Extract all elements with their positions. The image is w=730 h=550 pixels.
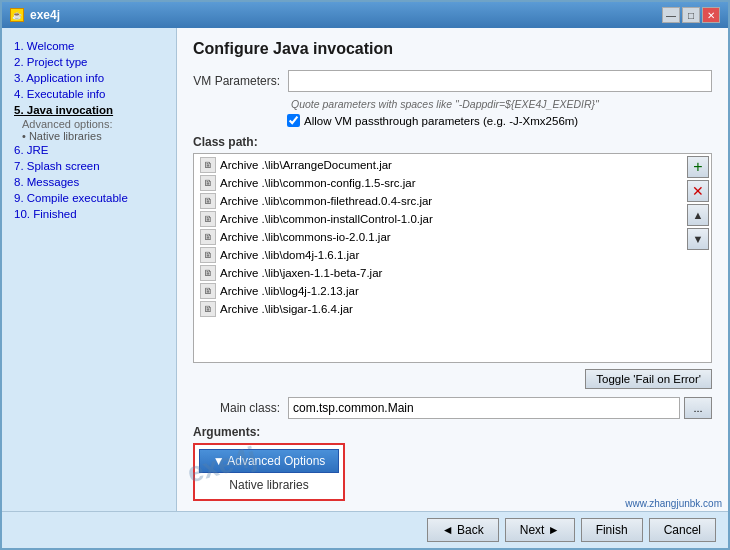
sidebar-item-messages[interactable]: 8. Messages — [10, 174, 168, 190]
sidebar-item-compile-exe[interactable]: 9. Compile executable — [10, 190, 168, 206]
window-title: exe4j — [30, 8, 60, 22]
maximize-button[interactable]: □ — [682, 7, 700, 23]
list-item[interactable]: 🗎 Archive .\lib\jaxen-1.1-beta-7.jar — [196, 264, 683, 282]
main-window: ☕ exe4j — □ ✕ 1. Welcome 2. Project type… — [0, 0, 730, 550]
classpath-entry: Archive .\lib\ArrangeDocument.jar — [220, 159, 392, 171]
jar-icon: 🗎 — [200, 265, 216, 281]
app-icon: ☕ — [10, 8, 24, 22]
classpath-entry: Archive .\lib\dom4j-1.6.1.jar — [220, 249, 359, 261]
list-item[interactable]: 🗎 Archive .\lib\common-installControl-1.… — [196, 210, 683, 228]
page-title: Configure Java invocation — [193, 40, 712, 58]
jar-icon: 🗎 — [200, 175, 216, 191]
classpath-buttons: + ✕ ▲ ▼ — [685, 154, 711, 362]
content-area: 1. Welcome 2. Project type 3. Applicatio… — [2, 28, 728, 511]
close-button[interactable]: ✕ — [702, 7, 720, 23]
vm-passthrough-row: Allow VM passthrough parameters (e.g. -J… — [287, 114, 712, 127]
classpath-entry: Archive .\lib\commons-io-2.0.1.jar — [220, 231, 391, 243]
sidebar-item-app-info[interactable]: 3. Application info — [10, 70, 168, 86]
classpath-entry: Archive .\lib\common-installControl-1.0.… — [220, 213, 433, 225]
classpath-label: Class path: — [193, 135, 712, 149]
sidebar-item-project-type[interactable]: 2. Project type — [10, 54, 168, 70]
title-bar: ☕ exe4j — □ ✕ — [2, 2, 728, 28]
list-item[interactable]: 🗎 Archive .\lib\dom4j-1.6.1.jar — [196, 246, 683, 264]
sidebar-item-splash-screen[interactable]: 7. Splash screen — [10, 158, 168, 174]
main-class-row: Main class: ... — [193, 397, 712, 419]
native-libraries-button[interactable]: Native libraries — [199, 475, 339, 495]
list-item[interactable]: 🗎 Archive .\lib\common-config.1.5-src.ja… — [196, 174, 683, 192]
advanced-options-box: ▼ Advanced Options Native libraries — [193, 443, 345, 501]
main-class-input[interactable] — [288, 397, 680, 419]
sidebar: 1. Welcome 2. Project type 3. Applicatio… — [2, 28, 177, 511]
jar-icon: 🗎 — [200, 229, 216, 245]
website-label: www.zhangjunbk.com — [625, 498, 722, 509]
remove-classpath-button[interactable]: ✕ — [687, 180, 709, 202]
bottom-bar: ◄ Back Next ► Finish Cancel — [2, 511, 728, 548]
back-button[interactable]: ◄ Back — [427, 518, 499, 542]
advanced-options-button[interactable]: ▼ Advanced Options — [199, 449, 339, 473]
list-item[interactable]: 🗎 Archive .\lib\log4j-1.2.13.jar — [196, 282, 683, 300]
jar-icon: 🗎 — [200, 157, 216, 173]
classpath-entry: Archive .\lib\jaxen-1.1-beta-7.jar — [220, 267, 382, 279]
sidebar-item-jre[interactable]: 6. JRE — [10, 142, 168, 158]
add-classpath-button[interactable]: + — [687, 156, 709, 178]
list-item[interactable]: 🗎 Archive .\lib\commons-io-2.0.1.jar — [196, 228, 683, 246]
sidebar-item-welcome[interactable]: 1. Welcome — [10, 38, 168, 54]
title-controls: — □ ✕ — [662, 7, 720, 23]
move-up-button[interactable]: ▲ — [687, 204, 709, 226]
title-bar-left: ☕ exe4j — [10, 8, 60, 22]
sidebar-advanced-label: Advanced options: — [10, 118, 168, 130]
jar-icon: 🗎 — [200, 283, 216, 299]
sidebar-item-native-libraries[interactable]: • Native libraries — [10, 130, 168, 142]
sidebar-item-exe-info[interactable]: 4. Executable info — [10, 86, 168, 102]
vm-parameters-row: VM Parameters: — [193, 70, 712, 92]
toggle-fail-button[interactable]: Toggle 'Fail on Error' — [585, 369, 712, 389]
jar-icon: 🗎 — [200, 247, 216, 263]
arguments-label: Arguments: — [193, 425, 712, 439]
jar-icon: 🗎 — [200, 301, 216, 317]
arguments-section: Arguments: ▼ Advanced Options Native lib… — [193, 425, 712, 501]
toggle-fail-row: Toggle 'Fail on Error' — [193, 369, 712, 389]
cancel-button[interactable]: Cancel — [649, 518, 716, 542]
vm-passthrough-label: Allow VM passthrough parameters (e.g. -J… — [304, 115, 578, 127]
list-item[interactable]: 🗎 Archive .\lib\sigar-1.6.4.jar — [196, 300, 683, 318]
next-button[interactable]: Next ► — [505, 518, 575, 542]
classpath-entry: Archive .\lib\common-filethread.0.4-src.… — [220, 195, 432, 207]
classpath-box: 🗎 Archive .\lib\ArrangeDocument.jar 🗎 Ar… — [193, 153, 712, 363]
jar-icon: 🗎 — [200, 211, 216, 227]
classpath-entry: Archive .\lib\sigar-1.6.4.jar — [220, 303, 353, 315]
sidebar-item-java-invocation[interactable]: 5. Java invocation — [10, 102, 168, 118]
move-down-button[interactable]: ▼ — [687, 228, 709, 250]
finish-button[interactable]: Finish — [581, 518, 643, 542]
minimize-button[interactable]: — — [662, 7, 680, 23]
main-panel: Configure Java invocation VM Parameters:… — [177, 28, 728, 511]
main-class-label: Main class: — [193, 401, 288, 415]
list-item[interactable]: 🗎 Archive .\lib\ArrangeDocument.jar — [196, 156, 683, 174]
vm-parameters-input[interactable] — [288, 70, 712, 92]
classpath-entry: Archive .\lib\common-config.1.5-src.jar — [220, 177, 416, 189]
list-item[interactable]: 🗎 Archive .\lib\common-filethread.0.4-sr… — [196, 192, 683, 210]
classpath-entry: Archive .\lib\log4j-1.2.13.jar — [220, 285, 359, 297]
classpath-list: 🗎 Archive .\lib\ArrangeDocument.jar 🗎 Ar… — [194, 154, 685, 362]
sidebar-item-finished[interactable]: 10. Finished — [10, 206, 168, 222]
vm-hint-text: Quote parameters with spaces like "-Dapp… — [291, 98, 712, 110]
vm-parameters-label: VM Parameters: — [193, 74, 288, 88]
jar-icon: 🗎 — [200, 193, 216, 209]
vm-passthrough-checkbox[interactable] — [287, 114, 300, 127]
browse-main-class-button[interactable]: ... — [684, 397, 712, 419]
